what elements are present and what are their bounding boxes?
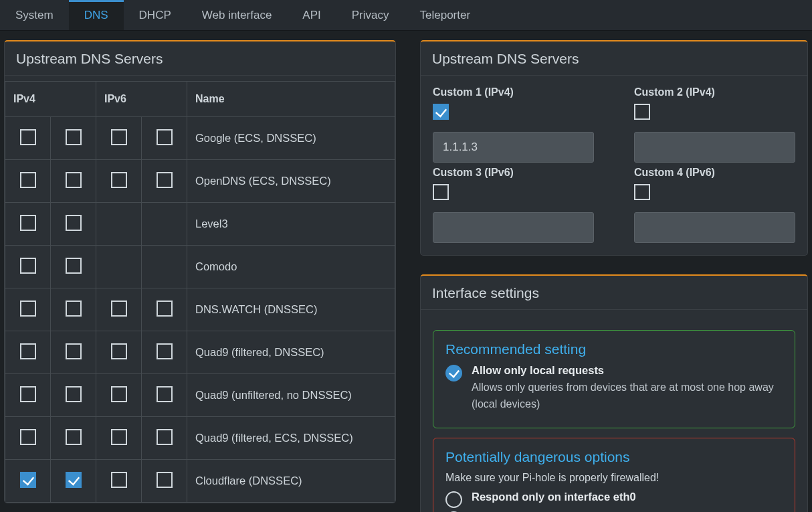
dns-checkbox[interactable] <box>157 472 173 488</box>
provider-name: Quad9 (filtered, ECS, DNSSEC) <box>187 417 395 460</box>
custom-label: Custom 4 (IPv6) <box>634 167 795 179</box>
dns-checkbox[interactable] <box>111 343 127 359</box>
dns-checkbox[interactable] <box>20 386 36 402</box>
custom-input-4[interactable] <box>634 212 795 243</box>
radio-danger-0[interactable] <box>445 491 462 508</box>
tab-privacy[interactable]: Privacy <box>336 0 405 30</box>
provider-name: Comodo <box>187 246 395 288</box>
dns-checkbox[interactable] <box>157 172 173 188</box>
custom-checkbox-4[interactable] <box>634 184 650 200</box>
tab-dhcp[interactable]: DHCP <box>124 0 187 30</box>
custom-label: Custom 1 (IPv4) <box>433 86 594 98</box>
dns-checkbox[interactable] <box>20 343 36 359</box>
provider-name: Cloudflare (DNSSEC) <box>187 460 395 503</box>
table-row: DNS.WATCH (DNSSEC) <box>5 288 395 331</box>
tab-api[interactable]: API <box>287 0 336 30</box>
table-row: Level3 <box>5 203 395 246</box>
dns-checkbox[interactable] <box>20 172 36 188</box>
custom-input-2[interactable] <box>634 132 795 163</box>
table-row: Google (ECS, DNSSEC) <box>5 117 395 160</box>
table-row: Cloudflare (DNSSEC) <box>5 460 395 503</box>
settings-tabs: SystemDNSDHCPWeb interfaceAPIPrivacyTele… <box>0 0 812 31</box>
dns-checkbox[interactable] <box>157 343 173 359</box>
card-title: Upstream DNS Servers <box>5 41 395 76</box>
custom-checkbox-2[interactable] <box>634 104 650 120</box>
dns-checkbox[interactable] <box>111 129 127 145</box>
custom-label: Custom 2 (IPv4) <box>634 86 795 98</box>
dns-checkbox[interactable] <box>20 129 36 145</box>
table-row: Comodo <box>5 246 395 288</box>
tab-dns[interactable]: DNS <box>69 0 124 30</box>
dangerous-box: Potentially dangerous options Make sure … <box>433 438 795 512</box>
dangerous-title: Potentially dangerous options <box>445 449 783 465</box>
provider-name: Quad9 (filtered, DNSSEC) <box>187 331 395 374</box>
table-row: Quad9 (filtered, ECS, DNSSEC) <box>5 417 395 460</box>
dns-checkbox[interactable] <box>111 301 127 317</box>
tab-teleporter[interactable]: Teleporter <box>404 0 486 30</box>
card-title: Interface settings <box>421 276 807 310</box>
col-name: Name <box>187 82 395 117</box>
dns-checkbox[interactable] <box>66 429 82 445</box>
dns-checkbox[interactable] <box>66 301 82 317</box>
dns-checkbox[interactable] <box>66 386 82 402</box>
custom-label: Custom 3 (IPv6) <box>433 167 594 179</box>
interface-settings-card: Interface settings Recommended setting A… <box>420 274 808 512</box>
opt-title: Allow only local requests <box>472 364 783 377</box>
dns-checkbox[interactable] <box>66 258 82 274</box>
dns-checkbox[interactable] <box>157 129 173 145</box>
table-row: Quad9 (filtered, DNSSEC) <box>5 331 395 374</box>
dns-checkbox[interactable] <box>20 258 36 274</box>
dns-checkbox[interactable] <box>111 172 127 188</box>
dns-checkbox[interactable] <box>20 301 36 317</box>
tab-system[interactable]: System <box>0 0 69 30</box>
dns-checkbox[interactable] <box>66 172 82 188</box>
recommended-box: Recommended setting Allow only local req… <box>433 330 795 428</box>
custom-checkbox-3[interactable] <box>433 184 449 200</box>
dns-checkbox[interactable] <box>66 472 82 488</box>
tab-web[interactable]: Web interface <box>187 0 288 30</box>
custom-checkbox-1[interactable] <box>433 104 449 120</box>
dns-checkbox[interactable] <box>66 215 82 231</box>
custom-input-3[interactable] <box>433 212 594 243</box>
dns-checkbox[interactable] <box>66 129 82 145</box>
dns-checkbox[interactable] <box>111 429 127 445</box>
provider-name: OpenDNS (ECS, DNSSEC) <box>187 160 395 203</box>
col-ipv4: IPv4 <box>5 82 96 117</box>
provider-name: Google (ECS, DNSSEC) <box>187 117 395 160</box>
custom-input-1[interactable] <box>433 132 594 163</box>
dns-checkbox[interactable] <box>20 472 36 488</box>
dns-checkbox[interactable] <box>111 472 127 488</box>
table-row: Quad9 (unfiltered, no DNSSEC) <box>5 374 395 417</box>
dns-checkbox[interactable] <box>20 429 36 445</box>
dns-checkbox[interactable] <box>111 386 127 402</box>
col-ipv6: IPv6 <box>96 82 187 117</box>
provider-name: Level3 <box>187 203 395 246</box>
dns-checkbox[interactable] <box>66 343 82 359</box>
dns-provider-table: IPv4 IPv6 Name Google (ECS, DNSSEC)OpenD… <box>5 81 395 503</box>
opt-title: Respond only on interface eth0 <box>472 491 636 503</box>
upstream-dns-card: Upstream DNS Servers IPv4 IPv6 Name Goog… <box>4 40 396 503</box>
provider-name: DNS.WATCH (DNSSEC) <box>187 288 395 331</box>
dns-checkbox[interactable] <box>157 301 173 317</box>
card-title: Upstream DNS Servers <box>421 41 807 76</box>
dns-checkbox[interactable] <box>157 429 173 445</box>
recommended-title: Recommended setting <box>445 341 783 357</box>
dns-checkbox[interactable] <box>20 215 36 231</box>
table-row: OpenDNS (ECS, DNSSEC) <box>5 160 395 203</box>
provider-name: Quad9 (unfiltered, no DNSSEC) <box>187 374 395 417</box>
dns-checkbox[interactable] <box>157 386 173 402</box>
custom-dns-card: Upstream DNS Servers Custom 1 (IPv4)Cust… <box>420 40 808 256</box>
opt-desc: Allows only queries from devices that ar… <box>472 379 783 413</box>
radio-allow-local[interactable] <box>445 365 462 381</box>
dangerous-warning: Make sure your Pi-hole is properly firew… <box>445 472 783 484</box>
